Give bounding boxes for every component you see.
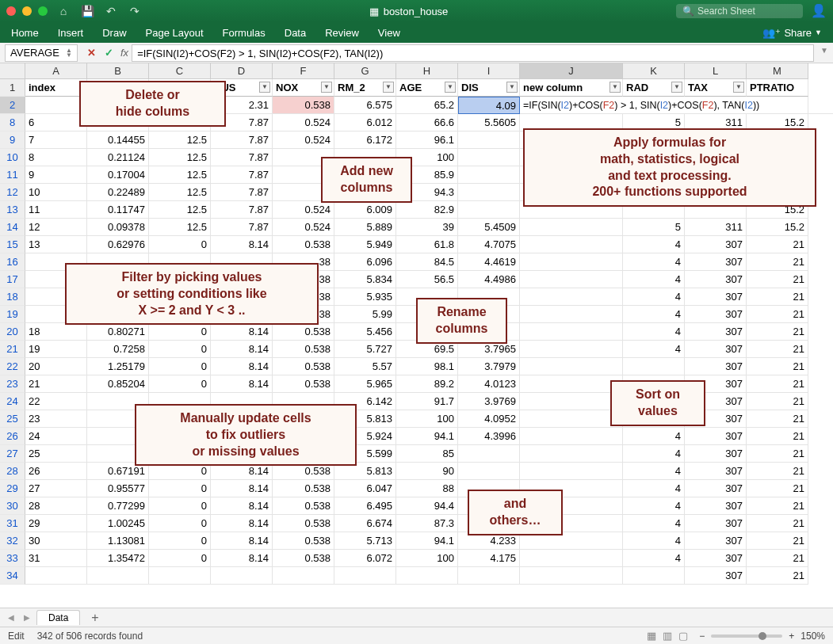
header-cell[interactable]: TAX▼ (685, 79, 747, 97)
close-icon[interactable] (6, 6, 16, 16)
tab-data[interactable]: Data (285, 27, 306, 39)
tab-formulas[interactable]: Formulas (223, 27, 266, 39)
cell[interactable]: 4 (623, 288, 685, 306)
fx-icon[interactable]: fx (120, 47, 128, 59)
cell[interactable]: 56.5 (396, 271, 458, 288)
cell[interactable]: 8 (25, 149, 87, 166)
cell[interactable]: 98.1 (396, 358, 458, 375)
cell[interactable] (520, 445, 623, 463)
cell[interactable]: 21 (747, 306, 808, 323)
cell[interactable]: 6.495 (334, 497, 396, 515)
cell[interactable]: 12.5 (149, 201, 211, 219)
cell[interactable]: 7.87 (211, 131, 273, 149)
cell[interactable]: 0 (149, 323, 211, 341)
cell[interactable] (520, 410, 623, 428)
header-cell[interactable]: AGE▼ (396, 79, 458, 97)
cell[interactable]: 21 (747, 445, 808, 463)
save-icon[interactable]: 💾 (81, 5, 94, 17)
cell[interactable]: 21 (747, 288, 808, 306)
cell[interactable]: 0.85204 (87, 375, 149, 393)
cell[interactable]: 21 (747, 375, 808, 393)
namebox-stepper-icon[interactable]: ▲▼ (66, 48, 72, 58)
cell[interactable]: 5.834 (334, 271, 396, 288)
cell[interactable]: 39 (396, 219, 458, 236)
cell[interactable]: 3.9769 (458, 393, 520, 410)
cell[interactable]: 307 (685, 532, 747, 550)
cell[interactable] (25, 567, 87, 585)
cell[interactable]: 1.25179 (87, 358, 149, 375)
col-header-F[interactable]: F (273, 63, 334, 79)
filter-icon[interactable]: ▼ (383, 82, 394, 93)
filter-icon[interactable]: ▼ (671, 82, 682, 93)
cell[interactable]: 13 (25, 236, 87, 253)
cell[interactable]: 23 (25, 410, 87, 428)
row-header-16[interactable]: 16 (0, 253, 25, 271)
cell[interactable]: 8.14 (211, 497, 273, 515)
cell[interactable] (520, 463, 623, 480)
cell[interactable]: 5 (623, 219, 685, 236)
cell[interactable]: 6.047 (334, 480, 396, 497)
cell[interactable]: 0 (149, 341, 211, 358)
user-icon[interactable]: 👤 (811, 3, 827, 19)
formula-input[interactable]: =IF(SIN(I2)+COS(F2) > 1, SIN(I2)+COS(F2)… (132, 44, 814, 62)
tab-home[interactable]: Home (11, 27, 39, 39)
col-header-J[interactable]: J (520, 63, 623, 79)
cell[interactable]: 0 (149, 358, 211, 375)
row-header-8[interactable]: 8 (0, 114, 25, 131)
header-cell[interactable]: PTRATIO (747, 79, 808, 97)
cell[interactable]: 4.0123 (458, 375, 520, 393)
cell[interactable]: 21 (747, 410, 808, 428)
cell[interactable]: 5.889 (334, 219, 396, 236)
cell[interactable]: 12.5 (149, 131, 211, 149)
cell[interactable]: 8.14 (211, 375, 273, 393)
cell[interactable]: 26 (25, 463, 87, 480)
cell[interactable]: 20 (25, 358, 87, 375)
cell[interactable]: 89.2 (396, 375, 458, 393)
cell[interactable]: 21 (747, 358, 808, 375)
cell[interactable] (520, 288, 623, 306)
col-header-H[interactable]: H (396, 63, 458, 79)
col-header-G[interactable]: G (334, 63, 396, 79)
col-header-M[interactable]: M (747, 63, 808, 79)
cell[interactable]: 6.674 (334, 515, 396, 532)
share-button[interactable]: 👥⁺ Share ▼ (762, 27, 822, 39)
cell[interactable]: 4.7075 (458, 236, 520, 253)
cell[interactable]: 0.11747 (87, 201, 149, 219)
home-icon[interactable]: ⌂ (57, 5, 70, 17)
cell[interactable]: 21 (747, 253, 808, 271)
cell[interactable]: 307 (685, 428, 747, 445)
filter-icon[interactable]: ▼ (506, 82, 518, 93)
cell[interactable] (520, 323, 623, 341)
cell[interactable]: 11 (25, 201, 87, 219)
cell[interactable]: 1.13081 (87, 532, 149, 550)
cell[interactable] (458, 131, 520, 149)
cell[interactable]: 94.1 (396, 428, 458, 445)
cell[interactable]: 21 (747, 341, 808, 358)
cell[interactable]: 4 (623, 463, 685, 480)
cell[interactable]: 0.538 (273, 375, 334, 393)
col-header-C[interactable]: C (149, 63, 211, 79)
cell[interactable] (458, 149, 520, 166)
row-header-31[interactable]: 31 (0, 515, 25, 532)
cell[interactable] (520, 219, 623, 236)
col-header-D[interactable]: D (211, 63, 273, 79)
cell[interactable]: 6.009 (334, 201, 396, 219)
cell[interactable]: 4 (623, 306, 685, 323)
cell[interactable]: 0.538 (273, 97, 334, 114)
row-header-18[interactable]: 18 (0, 288, 25, 306)
cell[interactable]: 8.14 (211, 532, 273, 550)
cell[interactable]: 21 (25, 375, 87, 393)
cell[interactable] (273, 567, 334, 585)
cell[interactable]: 0 (149, 236, 211, 253)
row-header-19[interactable]: 19 (0, 306, 25, 323)
header-cell[interactable]: new column▼ (520, 79, 623, 97)
cell[interactable]: 21 (747, 480, 808, 497)
cell[interactable]: 24 (25, 428, 87, 445)
cell[interactable] (623, 358, 685, 375)
col-header-B[interactable]: B (87, 63, 149, 79)
cell[interactable]: 1.35472 (87, 550, 149, 567)
cell[interactable]: 0.524 (273, 114, 334, 131)
cell[interactable]: 6.096 (334, 253, 396, 271)
cell[interactable]: 4 (623, 497, 685, 515)
row-header-32[interactable]: 32 (0, 532, 25, 550)
